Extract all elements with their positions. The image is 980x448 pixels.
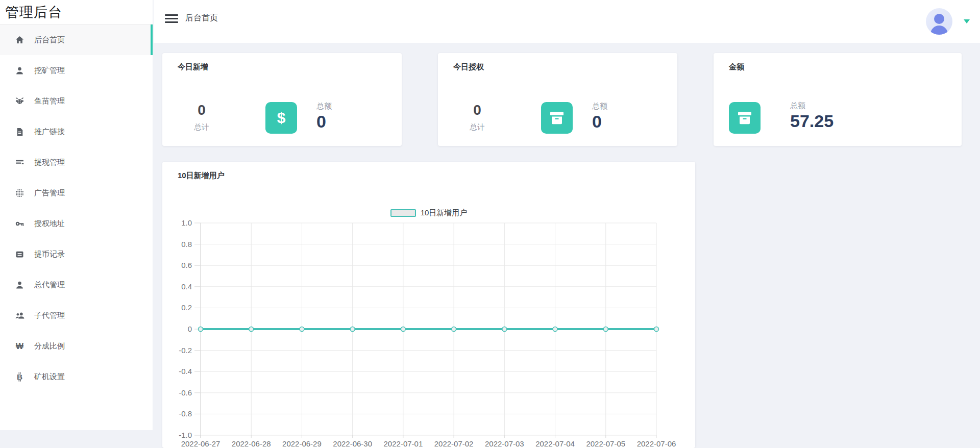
sidebar-item-label: 广告管理 xyxy=(34,188,65,198)
sidebar-item-auth-address[interactable]: 授权地址 xyxy=(0,208,153,239)
y-axis-label: -0.8 xyxy=(179,409,192,418)
list-lines-icon xyxy=(14,157,24,167)
x-axis-label: 2022-07-06 xyxy=(637,439,676,448)
svg-text:₩: ₩ xyxy=(16,341,23,350)
data-point-marker xyxy=(502,327,507,332)
dollar-icon: $ xyxy=(265,102,297,134)
data-point-marker xyxy=(654,327,659,332)
data-point-marker xyxy=(603,327,608,332)
archive-box-icon xyxy=(541,102,573,134)
x-axis-label: 2022-07-04 xyxy=(535,439,575,448)
data-point-marker xyxy=(300,327,304,332)
sidebar-item-label: 提现管理 xyxy=(34,158,65,167)
person-icon xyxy=(14,280,24,290)
x-axis-label: 2022-07-05 xyxy=(586,439,625,448)
today-new-count: 0 总计 xyxy=(176,102,227,132)
sidebar-item-sub-agent[interactable]: 子代管理 xyxy=(0,300,153,331)
y-axis-label: -0.2 xyxy=(179,346,192,355)
sidebar-item-commission-ratio[interactable]: ₩ 分成比例 xyxy=(0,331,153,361)
home-icon xyxy=(14,35,24,45)
people-icon xyxy=(14,310,24,320)
top-header: 后台首页 xyxy=(154,0,980,43)
svg-text:B: B xyxy=(16,372,22,381)
data-point-marker xyxy=(249,327,254,332)
sidebar-item-ads[interactable]: 广告管理 xyxy=(0,178,153,208)
card-title: 今日新增 xyxy=(178,62,208,72)
new-users-line-chart: 1.00.80.60.40.20-0.2-0.4-0.6-0.8-1.02022… xyxy=(162,162,695,448)
breadcrumb-title: 后台首页 xyxy=(185,13,218,23)
y-axis-label: 1.0 xyxy=(181,218,192,227)
key-icon xyxy=(14,218,24,229)
data-point-marker xyxy=(350,327,355,332)
data-point-marker xyxy=(553,327,557,332)
sidebar-item-withdraw-mgmt[interactable]: 提现管理 xyxy=(0,147,153,178)
x-axis-label: 2022-06-27 xyxy=(181,439,220,448)
y-axis-label: -1.0 xyxy=(179,431,192,439)
x-axis-label: 2022-07-01 xyxy=(384,439,423,448)
sidebar-item-label: 鱼苗管理 xyxy=(34,96,65,106)
y-axis-label: 0.6 xyxy=(181,261,192,269)
note-icon xyxy=(14,249,24,259)
sidebar-item-mining[interactable]: 挖矿管理 xyxy=(0,55,153,86)
amount-total: 总额 57.25 xyxy=(790,101,834,131)
sidebar-item-label: 后台首页 xyxy=(34,35,65,45)
y-axis-label: -0.6 xyxy=(179,388,192,397)
sidebar-item-coin-withdraw-records[interactable]: 提币记录 xyxy=(0,239,153,269)
y-axis-label: 0.2 xyxy=(181,303,192,312)
sidebar-item-label: 推广链接 xyxy=(34,127,65,137)
sidebar-item-label: 挖矿管理 xyxy=(34,66,65,76)
sidebar-item-label: 总代管理 xyxy=(34,280,65,290)
sidebar-item-label: 分成比例 xyxy=(34,341,65,351)
data-point-marker xyxy=(199,327,203,332)
app-title: 管理后台 xyxy=(0,0,153,24)
person-icon xyxy=(14,65,24,76)
user-avatar[interactable] xyxy=(926,8,952,35)
stat-card-today-auth: 今日授权 0 总计 总额 0 xyxy=(438,53,677,146)
x-axis-label: 2022-06-29 xyxy=(282,439,322,448)
y-axis-label: 0.8 xyxy=(181,240,192,248)
x-axis-label: 2022-06-28 xyxy=(232,439,271,448)
sidebar-item-label: 提币记录 xyxy=(34,250,65,259)
archive-box-icon xyxy=(729,102,761,134)
x-axis-label: 2022-07-02 xyxy=(434,439,474,448)
y-axis-label: -0.4 xyxy=(179,367,192,376)
document-icon xyxy=(14,127,24,137)
hamburger-menu-icon[interactable] xyxy=(165,14,178,23)
sidebar-item-promo-links[interactable]: 推广链接 xyxy=(0,116,153,147)
card-title: 今日授权 xyxy=(453,62,484,72)
bitcoin-icon: B xyxy=(14,371,24,382)
sidebar-item-miner-settings[interactable]: B 矿机设置 xyxy=(0,361,153,392)
avatar-body-shape xyxy=(930,26,948,35)
sidebar-item-label: 子代管理 xyxy=(34,311,65,320)
today-auth-total: 总额 0 xyxy=(592,101,607,132)
today-auth-count: 0 总计 xyxy=(452,102,503,132)
sidebar-item-label: 授权地址 xyxy=(34,219,65,229)
y-axis-label: 0.4 xyxy=(181,282,192,291)
sidebar-item-fry[interactable]: 鱼苗管理 xyxy=(0,86,153,116)
x-axis-label: 2022-07-03 xyxy=(485,439,524,448)
today-new-total: 总额 0 xyxy=(316,101,332,132)
stat-card-today-new: 今日新增 0 总计 $ 总额 0 xyxy=(162,53,402,146)
dots-grid-icon xyxy=(14,188,24,198)
sidebar: 管理后台 后台首页 挖矿管理 鱼苗管理 推广链接 xyxy=(0,0,153,430)
stat-card-amount: 金额 总额 57.25 xyxy=(714,53,962,146)
new-users-chart-card: 10日新增用户 10日新增用户 1.00.80.60.40.20-0.2-0.4… xyxy=(162,162,695,448)
y-axis-label: 0 xyxy=(188,325,192,333)
card-title: 金额 xyxy=(729,62,744,72)
sidebar-item-general-agent[interactable]: 总代管理 xyxy=(0,269,153,300)
sidebar-item-dashboard[interactable]: 后台首页 xyxy=(0,24,153,55)
data-point-marker xyxy=(401,327,405,332)
user-menu-chevron-down-icon[interactable] xyxy=(964,19,970,23)
data-point-marker xyxy=(452,327,456,332)
avatar-head-shape xyxy=(934,14,944,24)
won-sign-icon: ₩ xyxy=(14,341,24,351)
x-axis-label: 2022-06-30 xyxy=(333,439,372,448)
bull-icon xyxy=(14,96,24,106)
sidebar-item-label: 矿机设置 xyxy=(34,372,65,382)
